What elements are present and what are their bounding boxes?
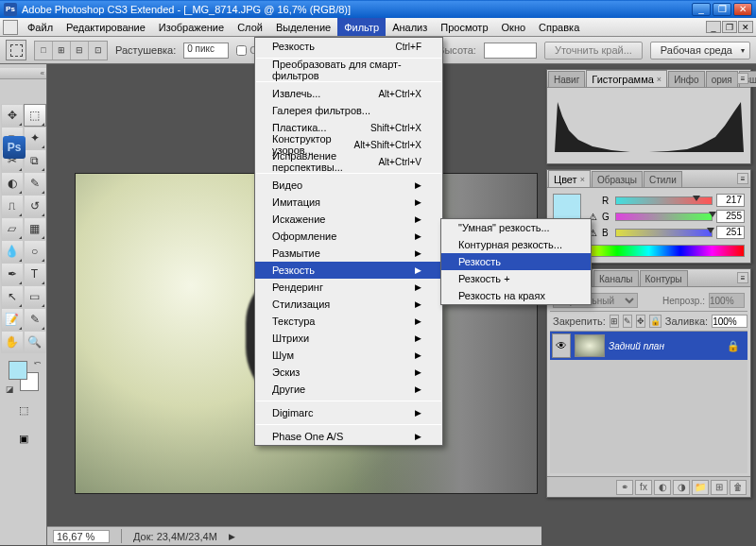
lock-trans-icon[interactable]: ⊞ (610, 315, 619, 328)
marquee-tool[interactable]: ⬚ (24, 104, 46, 127)
filter-item[interactable]: Исправление перспективы...Alt+Ctrl+V (255, 153, 442, 170)
sel-add-button[interactable]: ⊞ (53, 42, 71, 60)
move-tool[interactable]: ✥ (1, 104, 24, 127)
slice-tool[interactable]: ⧉ (24, 149, 46, 172)
path-tool[interactable]: ↖ (1, 285, 24, 308)
green-input[interactable]: 255 (716, 210, 745, 223)
filter-item[interactable]: Галерея фильтров... (255, 102, 442, 119)
filter-item[interactable]: Digimarc▶ (255, 404, 442, 421)
sel-sub-button[interactable]: ⊟ (71, 42, 89, 60)
doc-size-label[interactable]: Док: 23,4M/23,4M (133, 531, 217, 542)
quickmask-button[interactable]: ⬚ (12, 399, 35, 421)
menu-изображение[interactable]: Изображение (152, 18, 231, 36)
filter-item[interactable]: Искажение▶ (255, 211, 442, 228)
close-button[interactable]: ✕ (733, 3, 752, 16)
tab-channels[interactable]: Каналы (593, 270, 639, 286)
filter-item[interactable]: Извлечь...Alt+Ctrl+X (255, 85, 442, 102)
menu-слой[interactable]: Слой (231, 18, 269, 36)
menu-окно[interactable]: Окно (495, 18, 533, 36)
filter-item[interactable]: Размытие▶ (255, 245, 442, 262)
filter-item[interactable]: Резкость▶ (255, 262, 442, 279)
filter-item[interactable]: Преобразовать для смарт-фильтров (255, 61, 442, 78)
menu-анализ[interactable]: Анализ (386, 18, 434, 36)
panel-menu-icon[interactable]: ≡ (737, 173, 748, 184)
delete-layer-button[interactable]: 🗑 (730, 480, 747, 495)
filter-item[interactable]: РезкостьCtrl+F (255, 38, 442, 55)
refine-edge-button[interactable]: Уточнить край... (544, 42, 643, 60)
doc-restore-button[interactable]: ❐ (722, 21, 737, 33)
tab-color[interactable]: Цвет× (548, 170, 591, 187)
new-layer-button[interactable]: ⊞ (711, 480, 728, 495)
filter-item[interactable]: Имитация▶ (255, 194, 442, 211)
layer-name[interactable]: Задний план (609, 341, 664, 351)
blue-slider[interactable] (615, 229, 713, 237)
gradient-tool[interactable]: ▦ (24, 217, 46, 240)
sharpen-item[interactable]: Контурная резкость... (441, 236, 591, 253)
stamp-tool[interactable]: ⎍ (1, 195, 24, 217)
pen-tool[interactable]: ✒ (1, 263, 24, 285)
type-tool[interactable]: T (24, 263, 46, 285)
menu-редактирование[interactable]: Редактирование (60, 18, 152, 36)
tab-info[interactable]: Инфо (668, 71, 705, 87)
lock-pos-icon[interactable]: ✥ (636, 315, 645, 328)
new-group-button[interactable]: 📁 (692, 480, 709, 495)
menu-выделение[interactable]: Выделение (269, 18, 337, 36)
fill-input[interactable] (712, 315, 747, 328)
filter-item[interactable]: Phase One A/S▶ (255, 428, 442, 445)
sharpen-item[interactable]: "Умная" резкость... (441, 219, 591, 236)
menu-просмотр[interactable]: Просмотр (434, 18, 494, 36)
tool-preset-button[interactable] (6, 40, 26, 60)
document-icon[interactable] (3, 20, 18, 35)
eraser-tool[interactable]: ▱ (1, 217, 24, 240)
filter-item[interactable]: Текстура▶ (255, 313, 442, 330)
opacity-input[interactable] (709, 293, 745, 308)
filter-item[interactable]: Оформление▶ (255, 228, 442, 245)
feather-input[interactable]: 0 пикс (183, 43, 229, 59)
green-slider[interactable] (615, 213, 713, 221)
height-input[interactable] (484, 43, 537, 59)
sharpen-item[interactable]: Резкость на краях (441, 287, 591, 304)
panel-menu-icon[interactable]: ≡ (737, 73, 748, 84)
screenmode-button[interactable]: ▣ (12, 427, 35, 450)
layer-thumbnail[interactable] (575, 334, 605, 357)
menu-фильтр[interactable]: Фильтр (337, 18, 386, 36)
link-layers-button[interactable]: ⚭ (616, 480, 633, 495)
sel-int-button[interactable]: ⊡ (89, 42, 107, 60)
lock-pixels-icon[interactable]: ✎ (623, 315, 632, 328)
zoom-input[interactable]: 16,67 % (53, 530, 110, 543)
doc-close-button[interactable]: ✕ (738, 21, 753, 33)
tab-styles[interactable]: Стили (644, 171, 682, 187)
red-slider[interactable] (615, 196, 713, 205)
filter-item[interactable]: Другие▶ (255, 381, 442, 398)
swap-colors-icon[interactable]: ⤺ (34, 358, 42, 367)
minimize-button[interactable]: _ (692, 3, 711, 16)
visibility-icon[interactable]: 👁 (552, 333, 571, 358)
sharpen-item[interactable]: Резкость (441, 253, 591, 270)
dodge-tool[interactable]: ○ (24, 240, 46, 263)
layer-fx-button[interactable]: fx (635, 480, 652, 495)
zoom-tool[interactable]: 🔍 (24, 331, 46, 353)
filter-item[interactable]: Шум▶ (255, 347, 442, 364)
notes-tool[interactable]: 📝 (1, 308, 24, 331)
tab-navigator[interactable]: Навиг (548, 71, 585, 87)
menu-файл[interactable]: Файл (21, 18, 60, 36)
filter-item[interactable]: Видео▶ (255, 177, 442, 194)
workspace-dropdown[interactable]: Рабочая среда (650, 42, 750, 60)
doc-minimize-button[interactable]: _ (706, 21, 721, 33)
filter-item[interactable]: Штрихи▶ (255, 330, 442, 347)
adjustment-layer-button[interactable]: ◑ (673, 480, 690, 495)
ps-logo-icon[interactable]: Ps (3, 136, 26, 159)
layer-mask-button[interactable]: ◐ (654, 480, 671, 495)
blue-input[interactable]: 251 (716, 226, 745, 239)
filter-item[interactable]: Эскиз▶ (255, 364, 442, 381)
sel-new-button[interactable]: □ (35, 42, 53, 60)
shape-tool[interactable]: ▭ (24, 285, 46, 308)
history-brush-tool[interactable]: ↺ (24, 195, 46, 217)
layer-row-background[interactable]: 👁 Задний план 🔒 (550, 332, 747, 360)
default-colors-icon[interactable]: ◪ (6, 384, 14, 394)
maximize-button[interactable]: ❐ (713, 3, 731, 16)
red-input[interactable]: 217 (716, 194, 745, 207)
hand-tool[interactable]: ✋ (1, 331, 24, 353)
eyedrop-tool[interactable]: ✎ (24, 308, 46, 331)
menu-справка[interactable]: Справка (532, 18, 586, 36)
